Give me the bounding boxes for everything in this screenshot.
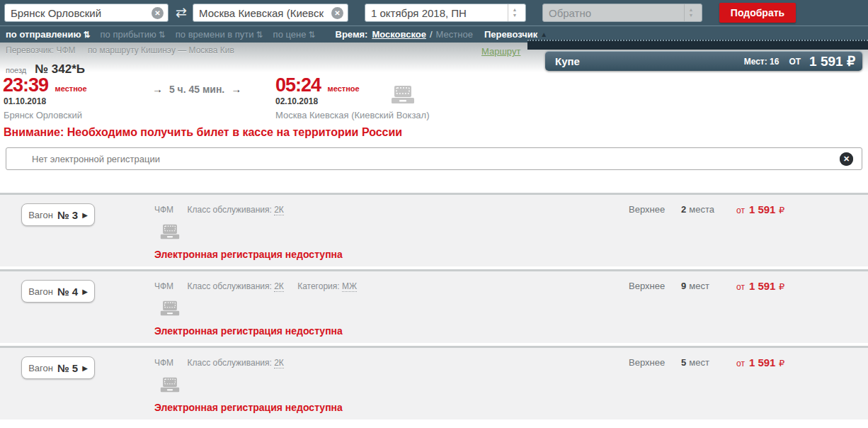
- time-label: Время:: [336, 29, 368, 40]
- class-price-value: 1 591: [809, 54, 843, 69]
- class-seats-value: 16: [770, 57, 779, 67]
- sort-by-arrival-label: по прибытию: [101, 29, 156, 40]
- seat-count-word: мест: [689, 357, 709, 368]
- seat-count: 9мест: [681, 281, 709, 291]
- wagon-price: от1 591 ₽: [736, 203, 784, 216]
- seat-count-value: 2: [681, 204, 686, 215]
- sort-by-travel-time-label: по времени в пути: [176, 29, 254, 40]
- price-from-label: от: [736, 282, 745, 292]
- remove-filter-icon[interactable]: ✕: [840, 152, 853, 166]
- arrival-date: 02.10.2018: [275, 96, 318, 106]
- category-term[interactable]: МЖ: [342, 281, 357, 292]
- terminal-icon: [391, 85, 415, 104]
- service-class-term[interactable]: 2К: [274, 281, 284, 292]
- class-price: 1 591 ₽: [809, 53, 855, 69]
- service-class-term[interactable]: 2К: [274, 358, 284, 368]
- date-input[interactable]: 1 октября 2018, ПН ▲ ▼: [365, 4, 526, 22]
- return-date-input[interactable]: Обратно ▲ ▼: [542, 4, 702, 22]
- route-link[interactable]: Маршрут: [481, 46, 520, 57]
- date-value[interactable]: 1 октября 2018, ПН: [371, 7, 505, 19]
- to-station-input[interactable]: Москва Киевская (Киевск ✕: [193, 4, 348, 22]
- class-panel-strip: [527, 40, 868, 50]
- wagon-carrier: ЧФМ: [154, 281, 173, 291]
- wagon-number: № 3: [57, 209, 78, 221]
- arrival-station: Москва Киевская (Киевский Вокзал): [275, 110, 430, 120]
- departure-time: 23:39: [3, 74, 48, 96]
- sort-by-price[interactable]: по цене ⇅: [273, 29, 316, 40]
- class-seats: Мест: 16: [744, 57, 780, 67]
- price-value: 1 591: [749, 203, 776, 215]
- service-class-label: Класс обслуживания:: [187, 205, 271, 215]
- arrival-timezone: местное: [328, 84, 360, 93]
- time-moscow-link[interactable]: Московское: [372, 29, 426, 40]
- departure-date: 01.10.2018: [4, 96, 46, 106]
- wagon-5-button[interactable]: Вагон № 5 ▶: [21, 356, 95, 379]
- price-from-label: от: [736, 359, 745, 368]
- sort-icon: ⇅: [256, 30, 263, 40]
- swap-stations-icon[interactable]: ⇄: [172, 4, 190, 22]
- wagon-button-label: Вагон: [28, 210, 53, 220]
- carrier-route-line: Перевозчик: ЧФМ по маршруту Кишинэу — Мо…: [6, 45, 234, 55]
- time-local-link[interactable]: Местное: [436, 29, 473, 40]
- sort-icon: ⇅: [159, 30, 166, 40]
- wagon-3-button[interactable]: Вагон № 3 ▶: [21, 203, 95, 226]
- wagon-price: от1 591 ₽: [736, 356, 784, 369]
- sort-by-travel-time[interactable]: по времени в пути ⇅: [176, 29, 263, 40]
- wagon-4-button[interactable]: Вагон № 4 ▶: [21, 280, 95, 303]
- ruble-sign: ₽: [779, 205, 784, 215]
- departure-station: Брянск Орловский: [4, 110, 82, 120]
- to-station-value[interactable]: Москва Киевская (Киевск: [199, 7, 331, 19]
- price-value: 1 591: [749, 280, 776, 292]
- date-stepper[interactable]: ▲ ▼: [508, 4, 521, 21]
- ereg-unavailable-note: Электронная регистрация недоступна: [154, 249, 343, 260]
- wagon-price: от1 591 ₽: [736, 280, 784, 293]
- sort-by-departure[interactable]: по отправлению ⇅: [6, 29, 91, 40]
- route-description: по маршруту Кишинэу — Москва Кив: [88, 45, 234, 55]
- spinner-up-icon[interactable]: ▲: [513, 7, 518, 13]
- ruble-sign: ₽: [847, 54, 855, 69]
- carrier-name: Перевозчик: ЧФМ: [6, 45, 76, 55]
- ereg-unavailable-note: Электронная регистрация недоступна: [154, 402, 343, 413]
- service-class-term[interactable]: 2К: [274, 205, 284, 215]
- sort-by-price-label: по цене: [273, 29, 307, 40]
- seat-count-value: 9: [681, 281, 686, 291]
- seat-type: Верхнее: [629, 204, 665, 215]
- seat-type: Верхнее: [629, 281, 665, 291]
- terminal-icon: [160, 223, 180, 240]
- class-seats-label: Мест:: [744, 57, 767, 67]
- wagon-number: № 4: [57, 286, 78, 298]
- trip-duration: → 5 ч. 45 мин. →: [149, 83, 230, 95]
- ruble-sign: ₽: [779, 358, 784, 368]
- wagon-carrier: ЧФМ: [154, 358, 173, 368]
- seat-count-word: места: [689, 204, 714, 215]
- carrier-sort-toggle[interactable]: Перевозчик ▲: [484, 29, 547, 40]
- wagon-arrow-icon: ▶: [82, 364, 88, 372]
- class-tab-kupe[interactable]: Купе Мест: 16 от 1 591 ₽: [545, 51, 862, 71]
- clear-to-icon[interactable]: ✕: [331, 7, 343, 19]
- clear-from-icon[interactable]: ✕: [152, 7, 164, 19]
- spinner-down-icon[interactable]: ▼: [513, 13, 518, 18]
- time-toggle-group: Время: Московское / Местное: [336, 29, 473, 40]
- departure-time-block: 23:39 местное: [3, 74, 87, 96]
- warning-text: Внимание: Необходимо получить билет в ка…: [4, 126, 402, 139]
- wagon-row: Вагон № 5 ▶ ЧФМ Класс обслуживания: 2К Э…: [0, 346, 868, 419]
- search-submit-button[interactable]: Подобрать: [719, 3, 796, 23]
- wagon-arrow-icon: ▶: [82, 211, 88, 219]
- wagon-arrow-icon: ▶: [82, 288, 88, 295]
- ruble-sign: ₽: [779, 281, 784, 292]
- spinner-up-icon: ▲: [689, 7, 694, 13]
- seat-count-word: мест: [689, 281, 709, 291]
- wagon-button-label: Вагон: [28, 363, 53, 373]
- from-station-input[interactable]: Брянск Орловский ✕: [4, 4, 169, 22]
- arrival-time-block: 05:24 местное: [275, 74, 360, 96]
- sort-by-arrival[interactable]: по прибытию ⇅: [101, 29, 166, 40]
- seat-count: 2места: [681, 204, 714, 215]
- duration-arrow-icon: →: [152, 83, 163, 95]
- seat-count-value: 5: [681, 357, 686, 368]
- return-date-stepper: ▲ ▼: [684, 4, 697, 21]
- wagon-carrier: ЧФМ: [154, 205, 173, 215]
- duration-arrow-icon: →: [231, 83, 241, 95]
- spinner-down-icon: ▼: [689, 13, 694, 18]
- wagon-info-line: ЧФМ Класс обслуживания: 2К: [154, 358, 295, 368]
- from-station-value[interactable]: Брянск Орловский: [11, 7, 152, 19]
